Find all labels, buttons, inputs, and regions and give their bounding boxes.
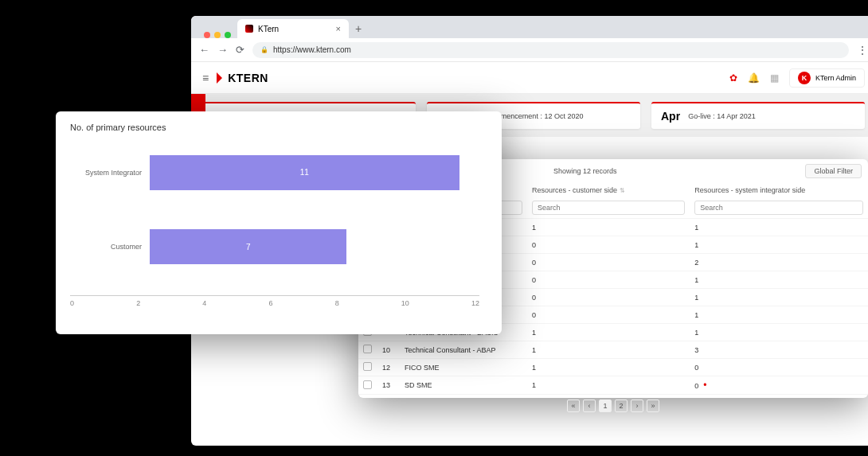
row-customer: 1 [527,376,690,395]
row-si: 1 [690,236,868,254]
address-bar: ← → ⟳ 🔒 https://www.ktern.com ⋮ [191,38,868,62]
tab-title: KTern [258,25,279,33]
row-si: 0• [690,376,868,395]
row-customer: 0 [527,236,690,254]
page-prev[interactable]: ‹ [583,399,596,412]
row-customer: 0 [527,271,690,289]
logo-text: KTERN [228,72,268,84]
x-axis: 024681012 [70,299,479,307]
menu-burger-icon[interactable]: ≡ [202,72,209,84]
chart-bar-row: System Integrator11 [150,155,487,190]
search-si-input[interactable] [694,201,863,215]
bell-icon[interactable]: 🔔 [748,72,760,84]
app-header: ≡ KTERN ✿ 🔔 ▦ K KTern Admin [191,62,868,94]
url-text: https://www.ktern.com [273,45,351,54]
row-customer: 1 [527,359,690,376]
x-tick: 12 [471,299,479,307]
card-label: Go-live : 14 Apr 2021 [688,112,756,120]
page-2[interactable]: 2 [615,399,628,412]
row-si: 0 [690,359,868,376]
browser-tab[interactable]: KTern × [237,19,349,38]
close-window-dot[interactable] [204,32,210,38]
page-next[interactable]: › [631,399,643,412]
flag-dot-icon: • [703,380,706,391]
row-si: 1 [690,324,868,341]
app-logo: KTERN [217,72,268,84]
row-role: FICO SME [400,359,527,376]
calendar-icon[interactable]: ▦ [768,72,781,84]
row-checkbox[interactable] [363,345,372,353]
bar: 11 [150,155,459,190]
row-customer: 1 [527,324,690,341]
table-row[interactable]: 10Technical Consultant - ABAP13 [358,341,868,359]
row-role: SD SME [400,376,527,395]
bar: 7 [150,229,346,264]
bar-label: Customer [70,243,142,251]
row-number: 13 [377,376,400,395]
user-name: KTern Admin [815,74,856,82]
window-controls [197,32,237,38]
close-tab-icon[interactable]: × [336,24,341,33]
row-number: 10 [377,341,400,359]
global-filter-button[interactable]: Global Filter [805,164,862,178]
pagination: « ‹ 1 2 › » [358,395,868,417]
browser-menu-icon[interactable]: ⋮ [857,44,868,57]
row-si: 1 [690,271,868,289]
lock-icon: 🔒 [260,46,268,53]
row-customer: 0 [527,254,690,271]
x-tick: 10 [401,299,409,307]
row-checkbox[interactable] [363,362,372,371]
x-tick: 4 [202,299,206,307]
chart-area: System Integrator11Customer7 024681012 [70,148,487,307]
x-tick: 2 [136,299,140,307]
row-number: 12 [377,359,400,376]
col-header-label: Resources - customer side [532,186,617,194]
card-value: Apr [661,110,680,123]
col-header-customer[interactable]: Resources - customer side ⇅ [527,183,690,197]
logo-mark-icon [217,72,228,84]
page-last[interactable]: » [647,399,659,412]
row-customer: 0 [527,306,690,324]
row-si: 1 [690,289,868,306]
card-golive: Apr Go-live : 14 Apr 2021 [651,102,865,129]
gear-icon[interactable]: ✿ [727,72,740,84]
row-checkbox[interactable] [363,380,372,389]
new-tab-button[interactable]: + [349,19,368,38]
row-si: 3 [690,341,868,359]
row-si: 1 [690,219,868,236]
primary-resources-chart: No. of primary resources System Integrat… [56,111,502,334]
search-customer-input[interactable] [532,201,685,215]
avatar-icon: K [798,72,811,84]
x-tick: 0 [70,299,74,307]
bar-label: System Integrator [70,169,142,177]
row-role: Technical Consultant - ABAP [400,341,527,359]
back-icon[interactable]: ← [199,44,209,56]
sort-icon: ⇅ [620,187,625,194]
chart-bar-row: Customer7 [150,229,487,264]
user-menu[interactable]: K KTern Admin [789,68,865,88]
x-tick: 8 [335,299,339,307]
forward-icon[interactable]: → [217,44,228,56]
minimize-window-dot[interactable] [214,32,221,38]
tab-bar: KTern × + [191,16,868,38]
page-1[interactable]: 1 [599,399,612,412]
table-row[interactable]: 12FICO SME10 [358,359,868,376]
x-tick: 6 [268,299,272,307]
row-customer: 1 [527,341,690,359]
row-si: 2 [690,254,868,271]
row-si: 1 [690,306,868,324]
chart-title: No. of primary resources [70,123,487,132]
table-row[interactable]: 13SD SME10• [358,376,868,395]
row-customer: 1 [527,219,690,236]
col-header-si[interactable]: Resources - system integrator side [690,183,868,197]
maximize-window-dot[interactable] [225,32,231,38]
favicon-icon [245,25,253,33]
url-input[interactable]: 🔒 https://www.ktern.com [252,42,849,58]
col-header-label: Resources - system integrator side [694,186,805,194]
row-customer: 0 [527,289,690,306]
page-first[interactable]: « [567,399,580,412]
reload-icon[interactable]: ⟳ [236,44,244,56]
